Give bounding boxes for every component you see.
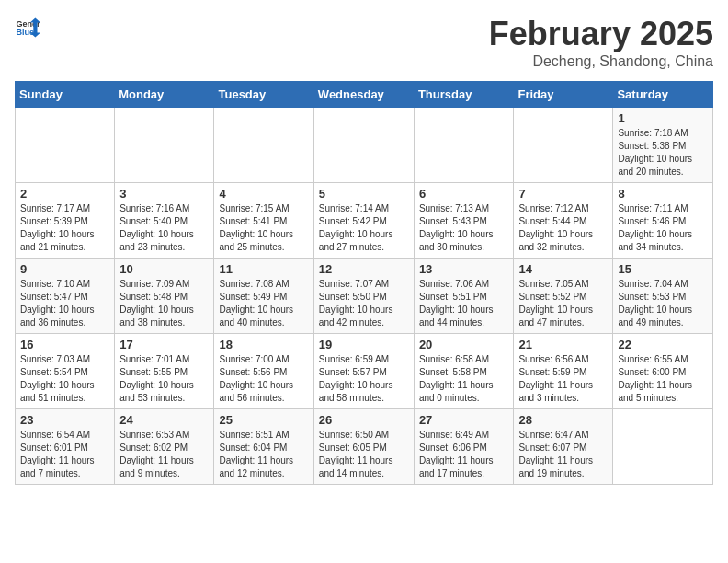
day-info: Sunrise: 6:47 AM Sunset: 6:07 PM Dayligh…: [518, 429, 608, 480]
calendar-title: February 2025: [489, 15, 713, 53]
calendar-cell: 9Sunrise: 7:10 AM Sunset: 5:47 PM Daylig…: [16, 259, 115, 334]
day-number: 18: [219, 338, 308, 351]
week-row-3: 9Sunrise: 7:10 AM Sunset: 5:47 PM Daylig…: [16, 259, 713, 334]
day-info: Sunrise: 7:03 AM Sunset: 5:54 PM Dayligh…: [20, 353, 109, 405]
calendar-cell: 1Sunrise: 7:18 AM Sunset: 5:38 PM Daylig…: [613, 108, 713, 183]
calendar-cell: [214, 108, 313, 183]
day-number: 27: [419, 413, 509, 427]
calendar-cell: 6Sunrise: 7:13 AM Sunset: 5:43 PM Daylig…: [414, 183, 514, 259]
day-info: Sunrise: 7:14 AM Sunset: 5:42 PM Dayligh…: [319, 202, 409, 254]
day-info: Sunrise: 6:51 AM Sunset: 6:04 PM Dayligh…: [219, 429, 308, 480]
calendar-cell: 24Sunrise: 6:53 AM Sunset: 6:02 PM Dayli…: [115, 409, 214, 485]
day-number: 24: [119, 413, 209, 427]
day-info: Sunrise: 6:58 AM Sunset: 5:58 PM Dayligh…: [419, 353, 509, 405]
day-number: 11: [219, 262, 308, 276]
calendar-subtitle: Decheng, Shandong, China: [489, 53, 713, 70]
day-number: 7: [518, 187, 608, 201]
day-info: Sunrise: 6:55 AM Sunset: 6:00 PM Dayligh…: [618, 353, 708, 405]
logo-icon: General Blue: [15, 15, 40, 40]
day-number: 16: [20, 338, 109, 351]
calendar-cell: 18Sunrise: 7:00 AM Sunset: 5:56 PM Dayli…: [214, 334, 313, 409]
calendar-cell: [313, 108, 414, 183]
day-info: Sunrise: 7:01 AM Sunset: 5:55 PM Dayligh…: [119, 353, 209, 405]
day-number: 6: [419, 187, 509, 201]
weekday-header-tuesday: Tuesday: [214, 82, 313, 108]
day-info: Sunrise: 7:17 AM Sunset: 5:39 PM Dayligh…: [20, 202, 109, 254]
day-number: 21: [518, 338, 608, 351]
calendar-cell: 2Sunrise: 7:17 AM Sunset: 5:39 PM Daylig…: [16, 183, 115, 259]
weekday-header-wednesday: Wednesday: [313, 82, 414, 108]
calendar-cell: [613, 409, 713, 485]
calendar-cell: 3Sunrise: 7:16 AM Sunset: 5:40 PM Daylig…: [115, 183, 214, 259]
day-info: Sunrise: 7:13 AM Sunset: 5:43 PM Dayligh…: [419, 202, 509, 254]
day-info: Sunrise: 6:50 AM Sunset: 6:05 PM Dayligh…: [319, 429, 409, 480]
day-info: Sunrise: 6:53 AM Sunset: 6:02 PM Dayligh…: [119, 429, 209, 480]
calendar-cell: [16, 108, 115, 183]
svg-text:Blue: Blue: [16, 28, 34, 37]
calendar-cell: 4Sunrise: 7:15 AM Sunset: 5:41 PM Daylig…: [214, 183, 313, 259]
calendar-cell: 10Sunrise: 7:09 AM Sunset: 5:48 PM Dayli…: [115, 259, 214, 334]
calendar-cell: 14Sunrise: 7:05 AM Sunset: 5:52 PM Dayli…: [514, 259, 613, 334]
weekday-header-sunday: Sunday: [16, 82, 115, 108]
day-number: 5: [319, 187, 409, 201]
calendar-cell: 8Sunrise: 7:11 AM Sunset: 5:46 PM Daylig…: [613, 183, 713, 259]
calendar-cell: 25Sunrise: 6:51 AM Sunset: 6:04 PM Dayli…: [214, 409, 313, 485]
calendar-cell: 11Sunrise: 7:08 AM Sunset: 5:49 PM Dayli…: [214, 259, 313, 334]
day-info: Sunrise: 7:10 AM Sunset: 5:47 PM Dayligh…: [20, 278, 109, 329]
calendar-cell: 16Sunrise: 7:03 AM Sunset: 5:54 PM Dayli…: [16, 334, 115, 409]
calendar-cell: [514, 108, 613, 183]
title-area: February 2025 Decheng, Shandong, China: [489, 15, 713, 70]
day-number: 19: [319, 338, 409, 351]
weekday-header-saturday: Saturday: [613, 82, 713, 108]
day-number: 9: [20, 262, 109, 276]
day-number: 25: [219, 413, 308, 427]
weekday-header-friday: Friday: [514, 82, 613, 108]
logo: General Blue: [15, 15, 42, 40]
weekday-header-monday: Monday: [115, 82, 214, 108]
day-number: 23: [20, 413, 109, 427]
weekday-header-row: SundayMondayTuesdayWednesdayThursdayFrid…: [16, 82, 713, 108]
day-info: Sunrise: 7:04 AM Sunset: 5:53 PM Dayligh…: [618, 278, 708, 329]
day-info: Sunrise: 7:05 AM Sunset: 5:52 PM Dayligh…: [518, 278, 608, 329]
calendar-cell: 22Sunrise: 6:55 AM Sunset: 6:00 PM Dayli…: [613, 334, 713, 409]
day-info: Sunrise: 7:07 AM Sunset: 5:50 PM Dayligh…: [319, 278, 409, 329]
calendar-cell: 21Sunrise: 6:56 AM Sunset: 5:59 PM Dayli…: [514, 334, 613, 409]
calendar-cell: 13Sunrise: 7:06 AM Sunset: 5:51 PM Dayli…: [414, 259, 514, 334]
day-info: Sunrise: 7:18 AM Sunset: 5:38 PM Dayligh…: [618, 127, 708, 178]
day-info: Sunrise: 6:56 AM Sunset: 5:59 PM Dayligh…: [518, 353, 608, 405]
day-info: Sunrise: 7:12 AM Sunset: 5:44 PM Dayligh…: [518, 202, 608, 254]
header: General Blue February 2025 Decheng, Shan…: [15, 15, 713, 70]
day-number: 10: [119, 262, 209, 276]
day-number: 26: [319, 413, 409, 427]
calendar-cell: [115, 108, 214, 183]
week-row-5: 23Sunrise: 6:54 AM Sunset: 6:01 PM Dayli…: [16, 409, 713, 485]
day-number: 17: [119, 338, 209, 351]
calendar-cell: 5Sunrise: 7:14 AM Sunset: 5:42 PM Daylig…: [313, 183, 414, 259]
day-number: 3: [119, 187, 209, 201]
day-number: 13: [419, 262, 509, 276]
day-number: 22: [618, 338, 708, 351]
day-number: 2: [20, 187, 109, 201]
day-info: Sunrise: 6:54 AM Sunset: 6:01 PM Dayligh…: [20, 429, 109, 480]
day-info: Sunrise: 7:09 AM Sunset: 5:48 PM Dayligh…: [119, 278, 209, 329]
week-row-2: 2Sunrise: 7:17 AM Sunset: 5:39 PM Daylig…: [16, 183, 713, 259]
calendar-cell: 28Sunrise: 6:47 AM Sunset: 6:07 PM Dayli…: [514, 409, 613, 485]
day-info: Sunrise: 7:16 AM Sunset: 5:40 PM Dayligh…: [119, 202, 209, 254]
day-number: 1: [618, 111, 708, 125]
calendar-cell: 12Sunrise: 7:07 AM Sunset: 5:50 PM Dayli…: [313, 259, 414, 334]
calendar-cell: 23Sunrise: 6:54 AM Sunset: 6:01 PM Dayli…: [16, 409, 115, 485]
day-number: 28: [518, 413, 608, 427]
day-info: Sunrise: 6:59 AM Sunset: 5:57 PM Dayligh…: [319, 353, 409, 405]
day-info: Sunrise: 7:06 AM Sunset: 5:51 PM Dayligh…: [419, 278, 509, 329]
day-info: Sunrise: 6:49 AM Sunset: 6:06 PM Dayligh…: [419, 429, 509, 480]
calendar-cell: 15Sunrise: 7:04 AM Sunset: 5:53 PM Dayli…: [613, 259, 713, 334]
calendar-table: SundayMondayTuesdayWednesdayThursdayFrid…: [15, 81, 713, 485]
calendar-cell: 27Sunrise: 6:49 AM Sunset: 6:06 PM Dayli…: [414, 409, 514, 485]
day-number: 12: [319, 262, 409, 276]
calendar-cell: 7Sunrise: 7:12 AM Sunset: 5:44 PM Daylig…: [514, 183, 613, 259]
day-number: 20: [419, 338, 509, 351]
day-info: Sunrise: 7:08 AM Sunset: 5:49 PM Dayligh…: [219, 278, 308, 329]
day-info: Sunrise: 7:00 AM Sunset: 5:56 PM Dayligh…: [219, 353, 308, 405]
calendar-cell: [414, 108, 514, 183]
weekday-header-thursday: Thursday: [414, 82, 514, 108]
